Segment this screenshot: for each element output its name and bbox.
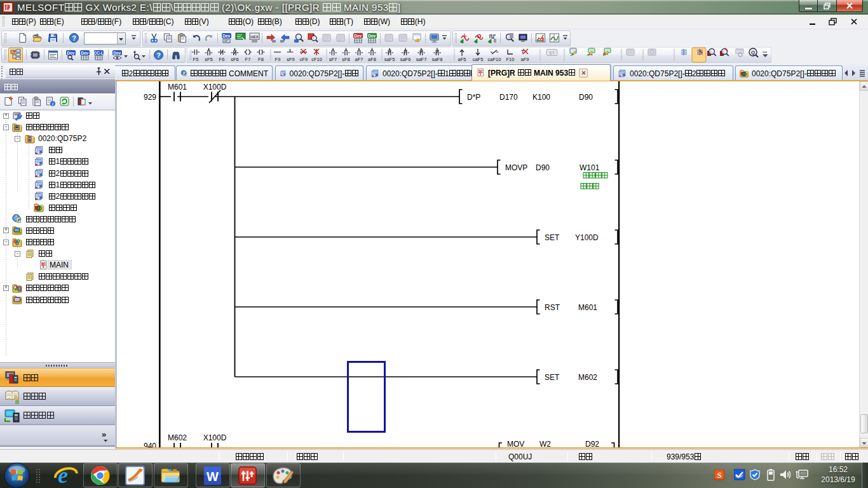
svg-text:caF5: caF5 [473,57,484,62]
svg-text:saF7: saF7 [416,57,427,62]
svg-text:F10: F10 [506,57,515,62]
svg-text:W: W [207,470,219,484]
svg-text:Dev: Dev [67,51,74,55]
svg-text:caF10: caF10 [488,57,501,62]
svg-text:?: ? [72,34,76,42]
svg-text:?: ? [156,51,161,59]
svg-text:HEX: HEX [250,35,258,39]
svg-text:SET: SET [545,373,560,382]
svg-text:Y100D: Y100D [575,233,599,242]
svg-text:ST: ST [549,51,555,55]
svg-text:saF6: saF6 [400,57,411,62]
svg-text:Q: Q [751,50,755,55]
svg-text:sF5: sF5 [205,57,213,62]
svg-text:MOVP: MOVP [505,163,527,172]
svg-text:D170: D170 [499,93,518,102]
svg-text:M602: M602 [578,373,597,382]
svg-text:D90: D90 [579,93,593,102]
svg-text:W2: W2 [539,440,551,447]
svg-text:X100D: X100D [203,433,227,442]
svg-text:D*P: D*P [467,93,480,102]
svg-text:Dev: Dev [113,51,121,55]
svg-text:M602: M602 [168,433,187,442]
svg-text:D92: D92 [585,440,599,447]
svg-text:cF9: cF9 [300,57,308,62]
svg-text:929: 929 [144,93,156,102]
svg-text:D90: D90 [536,163,550,172]
svg-text:cF10: cF10 [311,57,322,62]
svg-text:SET: SET [545,233,560,242]
svg-text:S: S [717,470,721,480]
svg-text:sF7: sF7 [329,57,337,62]
svg-text:sF6: sF6 [231,57,239,62]
svg-text:CC-L: CC-L [93,51,104,55]
svg-text:Dev: Dev [222,34,230,38]
svg-text:F6: F6 [219,57,225,62]
svg-text:Dev: Dev [368,34,376,38]
svg-text:aF8: aF8 [368,57,376,62]
svg-text:MOV: MOV [507,440,524,447]
svg-text:W101: W101 [580,163,600,172]
svg-text:Dev: Dev [354,34,362,38]
svg-text:F8: F8 [258,57,264,62]
svg-text:K100: K100 [532,93,550,102]
svg-text:aF5: aF5 [458,57,466,62]
svg-text:M601: M601 [168,83,187,92]
svg-text:aF7: aF7 [355,57,363,62]
svg-text:F5: F5 [193,57,199,62]
svg-text:M601: M601 [578,303,597,312]
svg-text:aF9: aF9 [521,57,529,62]
svg-text:940: 940 [144,442,156,447]
svg-text:saF5: saF5 [384,57,395,62]
svg-text:RST: RST [545,303,560,312]
svg-text:sF8: sF8 [342,57,350,62]
svg-text:saF8: saF8 [432,57,443,62]
svg-text:X100D: X100D [203,83,227,92]
svg-text:Dev: Dev [81,51,88,55]
svg-text:F9: F9 [275,57,281,62]
svg-text:sF9: sF9 [287,57,295,62]
svg-text:F7: F7 [245,57,251,62]
